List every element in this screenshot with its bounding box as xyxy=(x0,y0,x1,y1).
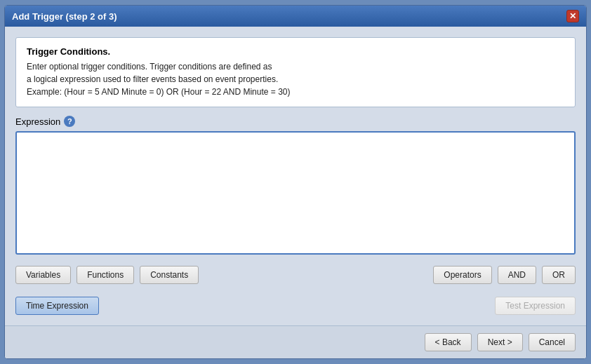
expression-input[interactable] xyxy=(15,131,576,255)
test-expression-button: Test Expression xyxy=(495,297,576,315)
buttons-row2: Time Expression Test Expression xyxy=(15,297,576,315)
next-button[interactable]: Next > xyxy=(477,333,523,351)
operators-group: Operators AND OR xyxy=(433,266,576,284)
dialog-footer: < Back Next > Cancel xyxy=(5,325,586,358)
operators-button[interactable]: Operators xyxy=(433,266,491,284)
expression-section: Expression ? xyxy=(15,116,576,255)
close-button[interactable]: ✕ xyxy=(566,10,579,22)
variables-button[interactable]: Variables xyxy=(15,266,71,284)
dialog-content: Trigger Conditions. Enter optional trigg… xyxy=(5,27,586,325)
or-button[interactable]: OR xyxy=(542,266,576,284)
info-line1: Enter optional trigger conditions. Trigg… xyxy=(27,60,564,73)
buttons-row1: Variables Functions Constants Operators … xyxy=(15,266,576,284)
help-icon[interactable]: ? xyxy=(64,116,75,127)
dialog-titlebar: Add Trigger (step 2 of 3) ✕ xyxy=(5,6,586,27)
info-box-title: Trigger Conditions. xyxy=(27,46,564,57)
expression-label: Expression xyxy=(15,116,60,127)
info-line3: Example: (Hour = 5 AND Minute = 0) OR (H… xyxy=(27,86,564,98)
cancel-button[interactable]: Cancel xyxy=(529,333,576,351)
and-button[interactable]: AND xyxy=(498,266,536,284)
info-box: Trigger Conditions. Enter optional trigg… xyxy=(15,37,576,107)
expression-label-row: Expression ? xyxy=(15,116,576,127)
dialog-title: Add Trigger (step 2 of 3) xyxy=(12,11,117,22)
add-trigger-dialog: Add Trigger (step 2 of 3) ✕ Trigger Cond… xyxy=(4,5,587,359)
back-button[interactable]: < Back xyxy=(425,333,472,351)
time-expression-button[interactable]: Time Expression xyxy=(15,297,99,315)
functions-button[interactable]: Functions xyxy=(77,266,134,284)
info-line2: a logical expression used to filter even… xyxy=(27,73,564,86)
constants-button[interactable]: Constants xyxy=(140,266,199,284)
